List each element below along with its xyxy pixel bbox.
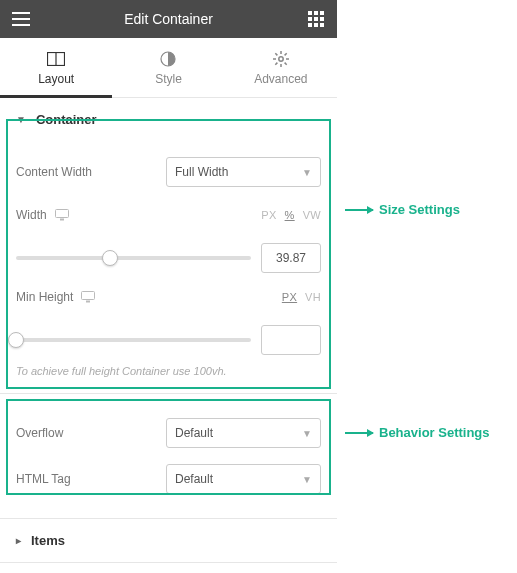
field-content-width: Content Width Full Width ▼ bbox=[16, 149, 321, 195]
label-html-tag: HTML Tag bbox=[16, 472, 166, 486]
section-behavior: Overflow Default ▼ HTML Tag Default ▼ bbox=[0, 394, 337, 519]
tab-bar: Layout Style Advanced bbox=[0, 38, 337, 98]
unit-vw[interactable]: VW bbox=[303, 209, 321, 221]
slider-thumb-width[interactable] bbox=[102, 250, 118, 266]
units-width: PX % VW bbox=[261, 209, 321, 221]
gear-icon bbox=[272, 50, 290, 68]
svg-rect-7 bbox=[314, 23, 318, 27]
section-body-container: Content Width Full Width ▼ Width PX % VW bbox=[0, 141, 337, 393]
label-overflow: Overflow bbox=[16, 426, 166, 440]
section-header-items[interactable]: ▸ Items bbox=[0, 519, 337, 562]
chevron-down-icon: ▼ bbox=[302, 428, 312, 439]
svg-rect-0 bbox=[308, 11, 312, 15]
arrow-right-icon bbox=[345, 209, 373, 211]
svg-rect-6 bbox=[308, 23, 312, 27]
slider-row-width bbox=[16, 235, 321, 277]
svg-rect-3 bbox=[308, 17, 312, 21]
section-body-behavior: Overflow Default ▼ HTML Tag Default ▼ bbox=[0, 394, 337, 518]
select-value: Full Width bbox=[175, 165, 228, 179]
label-content-width: Content Width bbox=[16, 165, 166, 179]
select-value: Default bbox=[175, 472, 213, 486]
svg-rect-16 bbox=[86, 301, 90, 303]
units-min-height: PX VH bbox=[282, 291, 321, 303]
section-header-container[interactable]: ▼ Container bbox=[0, 98, 337, 141]
panel-title: Edit Container bbox=[32, 11, 305, 27]
label-min-height: Min Height bbox=[16, 290, 282, 304]
unit-vh[interactable]: VH bbox=[305, 291, 321, 303]
unit-px[interactable]: PX bbox=[282, 291, 297, 303]
slider-min-height[interactable] bbox=[16, 338, 251, 342]
desktop-icon[interactable] bbox=[81, 291, 95, 303]
slider-width[interactable] bbox=[16, 256, 251, 260]
section-title: Items bbox=[31, 533, 65, 548]
section-items: ▸ Items bbox=[0, 519, 337, 563]
field-width: Width PX % VW bbox=[16, 195, 321, 235]
slider-thumb-min-height[interactable] bbox=[8, 332, 24, 348]
select-content-width[interactable]: Full Width ▼ bbox=[166, 157, 321, 187]
arrow-right-icon bbox=[345, 432, 373, 434]
svg-rect-4 bbox=[314, 17, 318, 21]
unit-percent[interactable]: % bbox=[285, 209, 295, 221]
hint-full-height: To achieve full height Container use 100… bbox=[16, 359, 321, 377]
svg-rect-14 bbox=[60, 219, 64, 221]
input-width[interactable] bbox=[261, 243, 321, 273]
caret-right-icon: ▸ bbox=[16, 535, 21, 546]
panel-header: Edit Container bbox=[0, 0, 337, 38]
style-icon bbox=[159, 50, 177, 68]
select-overflow[interactable]: Default ▼ bbox=[166, 418, 321, 448]
svg-rect-13 bbox=[55, 210, 68, 218]
callout-text: Size Settings bbox=[379, 202, 460, 217]
caret-down-icon: ▼ bbox=[16, 114, 26, 125]
chevron-down-icon: ▼ bbox=[302, 474, 312, 485]
field-overflow: Overflow Default ▼ bbox=[16, 410, 321, 456]
tab-label: Layout bbox=[38, 72, 74, 86]
select-value: Default bbox=[175, 426, 213, 440]
layout-icon bbox=[47, 50, 65, 68]
desktop-icon[interactable] bbox=[55, 209, 69, 221]
apps-icon[interactable] bbox=[305, 8, 327, 30]
field-html-tag: HTML Tag Default ▼ bbox=[16, 456, 321, 502]
svg-rect-15 bbox=[82, 292, 95, 300]
callout-behavior: Behavior Settings bbox=[345, 425, 490, 440]
svg-point-12 bbox=[279, 56, 283, 60]
section-title: Container bbox=[36, 112, 97, 127]
menu-icon[interactable] bbox=[10, 8, 32, 30]
field-min-height: Min Height PX VH bbox=[16, 277, 321, 317]
label-width: Width bbox=[16, 208, 261, 222]
svg-rect-5 bbox=[320, 17, 324, 21]
slider-row-min-height bbox=[16, 317, 321, 359]
unit-px[interactable]: PX bbox=[261, 209, 276, 221]
svg-rect-2 bbox=[320, 11, 324, 15]
chevron-down-icon: ▼ bbox=[302, 167, 312, 178]
tab-advanced[interactable]: Advanced bbox=[225, 38, 337, 97]
callout-size: Size Settings bbox=[345, 202, 460, 217]
svg-rect-8 bbox=[320, 23, 324, 27]
select-html-tag[interactable]: Default ▼ bbox=[166, 464, 321, 494]
tab-style[interactable]: Style bbox=[112, 38, 224, 97]
editor-panel: Edit Container Layout Style Advanced bbox=[0, 0, 337, 563]
svg-rect-1 bbox=[314, 11, 318, 15]
section-container: ▼ Container Content Width Full Width ▼ W… bbox=[0, 98, 337, 394]
callout-text: Behavior Settings bbox=[379, 425, 490, 440]
input-min-height[interactable] bbox=[261, 325, 321, 355]
tab-layout[interactable]: Layout bbox=[0, 38, 112, 97]
tab-label: Style bbox=[155, 72, 182, 86]
tab-label: Advanced bbox=[254, 72, 307, 86]
